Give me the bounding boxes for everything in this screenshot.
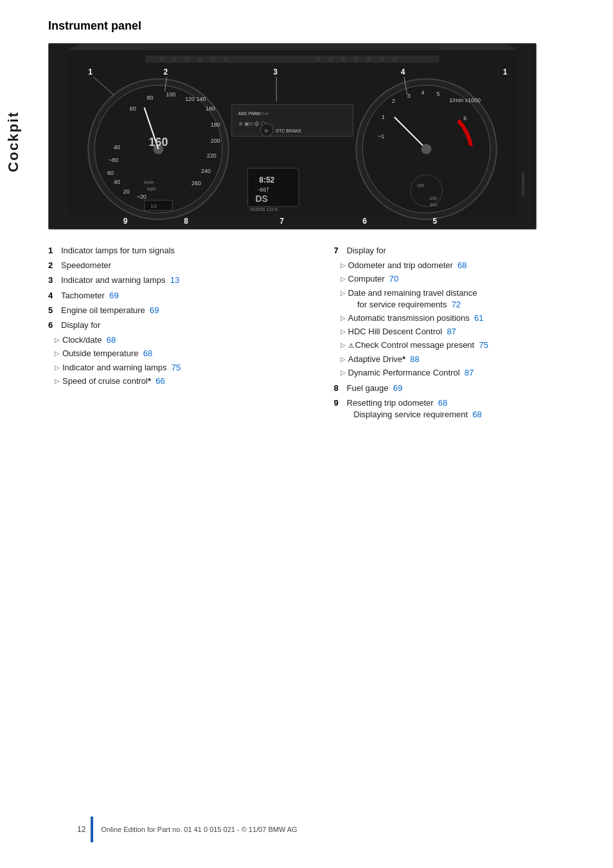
- sub-item-7-7: ▷ Adaptive Drive* 88: [341, 354, 594, 365]
- svg-text:4: 4: [401, 68, 405, 77]
- svg-point-8: [210, 57, 215, 62]
- link-69-fuel[interactable]: 69: [393, 383, 402, 393]
- sub-text: Dynamic Performance Control 87: [348, 367, 474, 379]
- svg-point-12: [341, 57, 346, 62]
- cockpit-label: Cockpit: [5, 111, 22, 172]
- page-number: 12: [77, 825, 85, 834]
- arrow-icon: ▷: [341, 261, 346, 270]
- svg-text:160: 160: [206, 105, 215, 112]
- sub-item-7-4: ▷ Automatic transmission positions 61: [341, 312, 594, 324]
- sub-text: ⚠Check Control message present 75: [348, 339, 488, 351]
- svg-text:DTC  BRAKE: DTC BRAKE: [276, 129, 301, 133]
- list-item-4: 4 Tachometer 69: [48, 290, 308, 302]
- sub-item-7-6: ▷ ⚠Check Control message present 75: [341, 339, 594, 351]
- svg-text:20: 20: [123, 188, 130, 195]
- item-text: Resetting trip odometer 68 Displaying se…: [347, 397, 482, 420]
- link-69-tach[interactable]: 69: [109, 291, 118, 300]
- sub-item-7-5: ▷ HDC Hill Descent Control 87: [341, 326, 594, 338]
- sub-item-6-2: ▷ Outside temperature 68: [55, 348, 308, 359]
- item-number: 5: [48, 305, 61, 316]
- list-item-3: 3 Indicator and warning lamps 13: [48, 275, 308, 286]
- svg-point-11: [328, 57, 333, 62]
- svg-point-15: [379, 57, 384, 62]
- svg-text:7: 7: [280, 217, 284, 226]
- link-87-hdc[interactable]: 87: [447, 327, 456, 336]
- link-70[interactable]: 70: [389, 274, 398, 284]
- footer-text: Online Edition for Part no. 01 41 0 015 …: [101, 826, 297, 833]
- item-text: Indicator and warning lamps 13: [61, 275, 179, 286]
- sub-list-6: ▷ Clock/date 68 ▷ Outside temperature 68…: [55, 334, 308, 387]
- svg-point-14: [366, 57, 371, 62]
- svg-text:100: 100: [166, 91, 175, 98]
- link-68-outside[interactable]: 68: [143, 348, 152, 358]
- content-lists: 1 Indicator lamps for turn signals 2 Spe…: [48, 245, 594, 424]
- svg-text:340: 340: [430, 203, 438, 207]
- svg-text:60: 60: [130, 105, 136, 112]
- sidebar-cockpit: Cockpit: [0, 84, 27, 199]
- svg-text:80: 80: [147, 95, 154, 101]
- link-68-reset[interactable]: 68: [438, 398, 447, 408]
- sub-text: Odometer and trip odometer 68: [348, 260, 467, 271]
- sub-item-6-1: ▷ Clock/date 68: [55, 334, 308, 346]
- sub-item-6-3: ▷ Indicator and warning lamps 75: [55, 362, 308, 374]
- left-list-column: 1 Indicator lamps for turn signals 2 Spe…: [48, 245, 308, 424]
- svg-text:40: 40: [114, 179, 120, 185]
- svg-text:260: 260: [191, 180, 201, 186]
- svg-point-16: [392, 57, 397, 62]
- link-68-service[interactable]: 68: [472, 410, 481, 419]
- svg-text:240: 240: [201, 168, 211, 174]
- link-75-check[interactable]: 75: [479, 340, 488, 350]
- svg-text:180: 180: [211, 122, 220, 128]
- arrow-icon: ▷: [55, 377, 60, 386]
- svg-text:-66†: -66†: [258, 186, 269, 193]
- arrow-icon: ▷: [341, 355, 346, 364]
- svg-point-4: [159, 57, 164, 62]
- item-number: 8: [334, 383, 347, 394]
- sub-text: Clock/date 68: [62, 334, 116, 346]
- svg-text:1/2: 1/2: [151, 204, 157, 208]
- link-68-clock[interactable]: 68: [107, 335, 116, 345]
- svg-point-9: [223, 57, 228, 62]
- svg-text:~1: ~1: [378, 133, 384, 140]
- svg-text:5: 5: [432, 217, 437, 226]
- link-87-dyn[interactable]: 87: [465, 368, 474, 377]
- list-item-5: 5 Engine oil temperature 69: [48, 305, 308, 316]
- sub-item-7-2: ▷ Computer 70: [341, 273, 594, 285]
- svg-text:160: 160: [149, 136, 168, 149]
- svg-text:60: 60: [107, 170, 114, 176]
- sub-text: Automatic transmission positions 61: [348, 312, 484, 324]
- link-68-odo[interactable]: 68: [458, 260, 466, 270]
- main-content: Instrument panel: [35, 0, 613, 443]
- link-61[interactable]: 61: [474, 313, 483, 323]
- item-number: 2: [48, 260, 61, 271]
- svg-point-7: [197, 57, 202, 62]
- svg-text:6: 6: [362, 217, 367, 226]
- link-88[interactable]: 88: [410, 354, 419, 364]
- link-13[interactable]: 13: [170, 275, 179, 285]
- link-69-oil[interactable]: 69: [150, 305, 159, 315]
- item-number: 4: [48, 290, 61, 302]
- list-item-7: 7 Display for: [334, 245, 594, 257]
- svg-text:3: 3: [407, 93, 411, 99]
- sub-text: Outside temperature 68: [62, 348, 152, 359]
- item-text: Display for: [61, 320, 100, 331]
- sub-item-6-4: ▷ Speed of cruise control* 66: [55, 375, 308, 387]
- svg-text:6: 6: [463, 115, 466, 122]
- link-75-ind[interactable]: 75: [172, 363, 181, 372]
- item-number: 6: [48, 320, 61, 331]
- item-text: Speedometer: [61, 260, 111, 271]
- arrow-icon: ▷: [341, 275, 346, 284]
- sub-text: Adaptive Drive* 88: [348, 354, 420, 365]
- sub-text: Computer 70: [348, 273, 399, 285]
- list-item-9: 9 Resetting trip odometer 68 Displaying …: [334, 397, 594, 420]
- link-72[interactable]: 72: [452, 300, 461, 309]
- list-item-8: 8 Fuel gauge 69: [334, 383, 594, 394]
- svg-point-10: [315, 57, 321, 62]
- svg-text:160: 160: [417, 183, 425, 188]
- svg-text:~80: ~80: [109, 157, 118, 163]
- section-title: Instrument panel: [48, 19, 594, 33]
- link-66[interactable]: 66: [155, 376, 164, 386]
- right-list-column: 7 Display for ▷ Odometer and trip odomet…: [334, 245, 594, 424]
- svg-text:8:52: 8:52: [259, 176, 274, 185]
- svg-point-66: [422, 144, 432, 154]
